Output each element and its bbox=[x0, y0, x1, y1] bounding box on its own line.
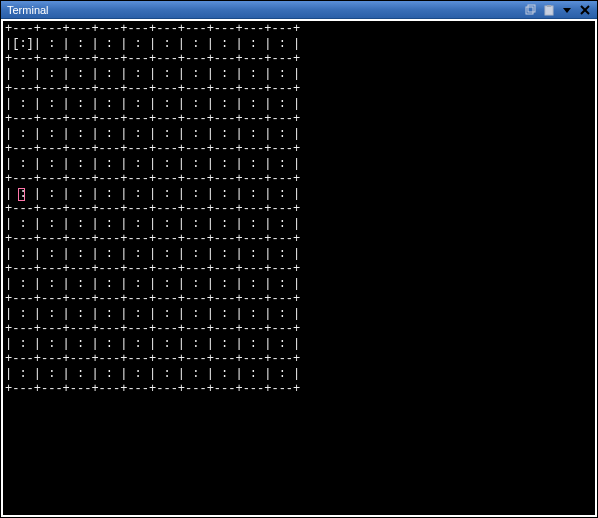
terminal-container: +---+---+---+---+---+---+---+---+---+---… bbox=[1, 19, 597, 517]
window-title: Terminal bbox=[7, 4, 523, 16]
paste-icon[interactable] bbox=[541, 3, 557, 17]
svg-rect-2 bbox=[545, 6, 553, 15]
window-frame: Terminal bbox=[0, 0, 598, 518]
svg-rect-3 bbox=[547, 5, 551, 7]
svg-rect-0 bbox=[526, 7, 533, 14]
cursor-box bbox=[18, 188, 25, 201]
window-controls bbox=[523, 3, 593, 17]
svg-marker-4 bbox=[563, 8, 571, 13]
svg-rect-1 bbox=[528, 5, 535, 12]
close-icon[interactable] bbox=[577, 3, 593, 17]
menu-dropdown-icon[interactable] bbox=[559, 3, 575, 17]
copy-icon[interactable] bbox=[523, 3, 539, 17]
titlebar[interactable]: Terminal bbox=[1, 1, 597, 19]
terminal[interactable]: +---+---+---+---+---+---+---+---+---+---… bbox=[3, 21, 595, 515]
